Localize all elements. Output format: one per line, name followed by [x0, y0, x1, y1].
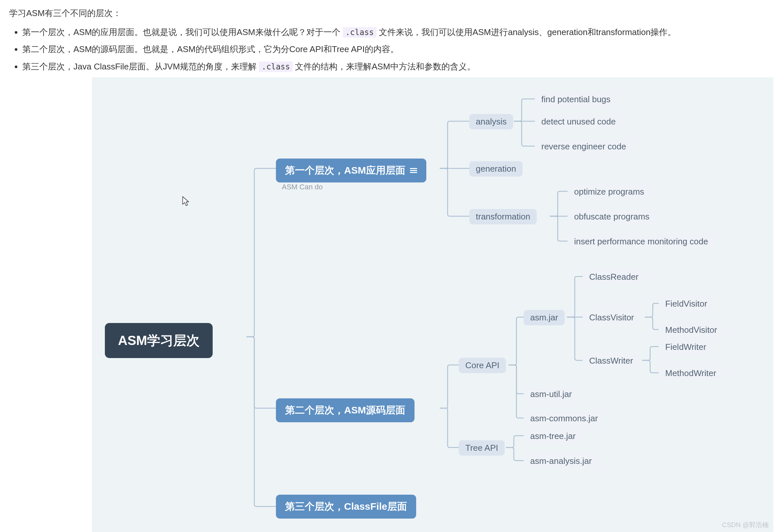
analysis-item-0[interactable]: find potential bugs: [535, 92, 617, 107]
root-node[interactable]: ASM学习层次: [105, 323, 213, 358]
transformation-item-0[interactable]: optimize programs: [568, 184, 651, 199]
classvisitor-node[interactable]: ClassVisitor: [583, 310, 641, 325]
intro-section: 学习ASM有三个不同的层次： 第一个层次，ASM的应用层面。也就是说，我们可以使…: [0, 0, 774, 82]
watermark: CSDN @郭浩楠: [722, 521, 769, 529]
analysis-node[interactable]: analysis: [469, 114, 513, 129]
level3-node[interactable]: 第三个层次，ClassFile层面: [276, 495, 416, 519]
asm-analysis-jar-node[interactable]: asm-analysis.jar: [524, 453, 598, 469]
intro-title: 学习ASM有三个不同的层次：: [9, 6, 765, 20]
code-class-1: .class: [343, 27, 377, 38]
cursor-icon: [182, 196, 189, 206]
asm-tree-jar-node[interactable]: asm-tree.jar: [524, 428, 582, 444]
level1-subnote: ASM Can do: [282, 183, 323, 191]
notes-icon: [410, 168, 417, 173]
bullet-1: 第一个层次，ASM的应用层面。也就是说，我们可以使用ASM来做什么呢？对于一个 …: [22, 25, 765, 39]
mindmap-canvas[interactable]: ASM学习层次 第一个层次，ASM应用层面 ASM Can do analysi…: [92, 77, 773, 532]
fieldvisitor-node[interactable]: FieldVisitor: [659, 296, 714, 312]
level1-node[interactable]: 第一个层次，ASM应用层面: [276, 159, 426, 182]
analysis-item-2[interactable]: reverse engineer code: [535, 139, 633, 154]
tree-api-node[interactable]: Tree API: [459, 440, 505, 456]
analysis-item-1[interactable]: detect unused code: [535, 114, 622, 129]
fieldwriter-node[interactable]: FieldWriter: [659, 339, 713, 355]
classwriter-node[interactable]: ClassWriter: [583, 353, 640, 369]
asm-commons-jar-node[interactable]: asm-commons.jar: [524, 411, 605, 426]
level2-node[interactable]: 第二个层次，ASM源码层面: [276, 398, 415, 422]
generation-node[interactable]: generation: [469, 161, 523, 177]
transformation-item-2[interactable]: insert performance monitoring code: [568, 234, 715, 249]
code-class-2: .class: [259, 62, 293, 72]
transformation-node[interactable]: transformation: [469, 209, 537, 224]
bullet-2: 第二个层次，ASM的源码层面。也就是，ASM的代码组织形式，它为分Core AP…: [22, 42, 765, 56]
asm-util-jar-node[interactable]: asm-util.jar: [524, 387, 578, 402]
methodvisitor-node[interactable]: MethodVisitor: [659, 322, 724, 338]
classreader-node[interactable]: ClassReader: [583, 269, 645, 285]
bullet-3: 第三个层次，Java ClassFile层面。从JVM规范的角度，来理解 .cl…: [22, 59, 765, 74]
core-api-node[interactable]: Core API: [459, 358, 506, 373]
transformation-item-1[interactable]: obfuscate programs: [568, 209, 656, 224]
methodwriter-node[interactable]: MethodWriter: [659, 366, 723, 381]
asm-jar-node[interactable]: asm.jar: [524, 310, 565, 325]
